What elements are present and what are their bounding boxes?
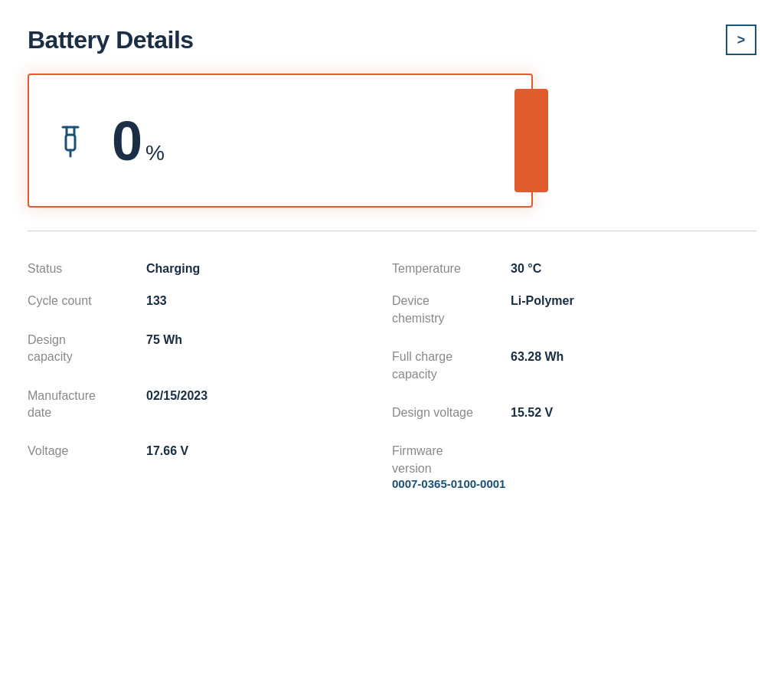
value-full-charge-capacity: 63.28 Wh	[511, 348, 564, 365]
nav-forward-button[interactable]: >	[726, 25, 756, 55]
label-design-capacity: Designcapacity	[28, 332, 146, 366]
detail-row-full-charge-capacity: Full chargecapacity 63.28 Wh	[392, 341, 756, 391]
detail-row-device-chemistry: Devicechemistry Li-Polymer	[392, 285, 756, 335]
value-cycle-count: 133	[146, 293, 167, 309]
value-device-chemistry: Li-Polymer	[511, 293, 574, 309]
label-device-chemistry: Devicechemistry	[392, 293, 511, 327]
detail-row-design-capacity: Designcapacity 75 Wh	[28, 324, 392, 374]
label-temperature: Temperature	[392, 260, 511, 277]
battery-widget-area: 0 %	[28, 74, 756, 208]
label-manufacture-date: Manufacturedate	[28, 388, 146, 422]
value-manufacture-date: 02/15/2023	[146, 388, 207, 404]
value-firmware-version: 0007-0365-0100-0001	[392, 477, 505, 490]
detail-row-manufacture-date: Manufacturedate 02/15/2023	[28, 380, 392, 430]
value-temperature: 30 °C	[511, 260, 541, 277]
detail-row-status: Status Charging	[28, 253, 392, 285]
page-title: Battery Details	[28, 26, 194, 54]
plug-icon	[52, 118, 89, 163]
label-design-voltage: Design voltage	[392, 404, 511, 421]
details-left-column: Status Charging Cycle count 133 Designca…	[28, 253, 392, 498]
section-divider	[28, 231, 756, 231]
value-design-voltage: 15.52 V	[511, 404, 553, 421]
battery-percent-sign: %	[145, 141, 165, 165]
label-voltage: Voltage	[28, 443, 146, 460]
label-cycle-count: Cycle count	[28, 293, 146, 309]
battery-percent-display: 0 %	[112, 113, 165, 169]
label-firmware-version: Firmwareversion	[392, 443, 511, 477]
value-design-capacity: 75 Wh	[146, 332, 182, 348]
value-status: Charging	[146, 260, 200, 277]
details-grid: Status Charging Cycle count 133 Designca…	[28, 253, 756, 498]
svg-rect-0	[66, 135, 75, 150]
page-container: Battery Details > 0	[0, 0, 784, 522]
header-row: Battery Details >	[28, 25, 756, 55]
battery-bar-indicator	[514, 89, 548, 192]
label-full-charge-capacity: Full chargecapacity	[392, 348, 511, 383]
detail-row-voltage: Voltage 17.66 V	[28, 435, 392, 467]
label-status: Status	[28, 260, 146, 277]
battery-percent-value: 0	[112, 113, 142, 169]
details-right-column: Temperature 30 °C Devicechemistry Li-Pol…	[392, 253, 756, 498]
detail-row-temperature: Temperature 30 °C	[392, 253, 756, 285]
value-voltage: 17.66 V	[146, 443, 188, 460]
battery-card: 0 %	[28, 74, 533, 208]
detail-row-cycle-count: Cycle count 133	[28, 285, 392, 317]
detail-row-design-voltage: Design voltage 15.52 V	[392, 397, 756, 429]
detail-row-firmware-version: Firmwareversion 0007-0365-0100-0001	[392, 435, 756, 498]
